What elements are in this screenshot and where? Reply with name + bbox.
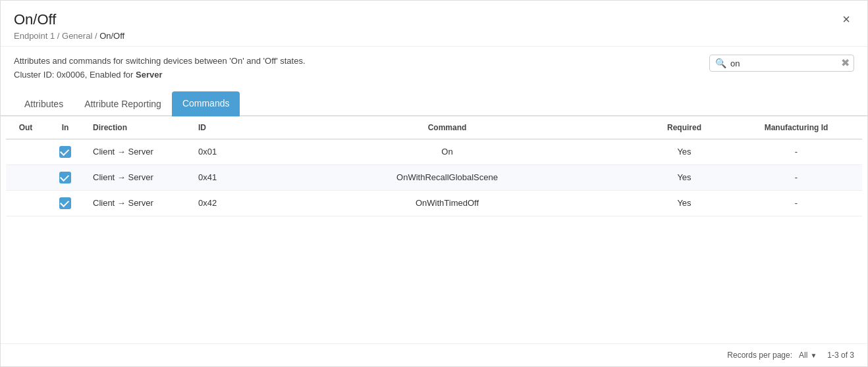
dialog-title: On/Off bbox=[14, 11, 124, 28]
row-0-in bbox=[45, 139, 85, 164]
table-container: Out In Direction ID Command Required Man… bbox=[1, 116, 867, 343]
row-1-direction: Client → Server bbox=[85, 164, 190, 190]
footer-range: 1-3 of 3 bbox=[827, 351, 854, 360]
description-line2-prefix: Cluster ID: 0x0006, Enabled for bbox=[14, 70, 136, 80]
row-2-out bbox=[6, 190, 45, 216]
dialog-header: On/Off Endpoint 1 / General / On/Off × bbox=[1, 1, 867, 47]
table-row: Client → Server0x41OnWithRecallGlobalSce… bbox=[6, 164, 862, 190]
tab-commands[interactable]: Commands bbox=[172, 91, 240, 116]
col-header-id: ID bbox=[190, 116, 256, 139]
breadcrumb-sep-1: / bbox=[57, 31, 62, 41]
breadcrumb-part-1: Endpoint 1 bbox=[14, 31, 55, 41]
commands-table: Out In Direction ID Command Required Man… bbox=[6, 116, 862, 216]
row-2-id: 0x42 bbox=[190, 190, 256, 216]
records-per-page-label: Records per page: bbox=[727, 351, 792, 360]
row-0-required: Yes bbox=[638, 139, 730, 164]
description-area: Attributes and commands for switching de… bbox=[1, 47, 867, 87]
row-2-required: Yes bbox=[638, 190, 730, 216]
search-box: 🔍 ✖ bbox=[709, 55, 854, 72]
search-icon: 🔍 bbox=[715, 58, 726, 68]
row-1-required: Yes bbox=[638, 164, 730, 190]
row-1-in bbox=[45, 164, 85, 190]
row-2-in bbox=[45, 190, 85, 216]
per-page-chevron-icon[interactable]: ▼ bbox=[810, 352, 817, 359]
description-line2-bold: Server bbox=[136, 70, 162, 80]
row-0-id: 0x01 bbox=[190, 139, 256, 164]
col-header-in: In bbox=[45, 116, 85, 139]
row-0-direction: Client → Server bbox=[85, 139, 190, 164]
clear-search-icon[interactable]: ✖ bbox=[841, 58, 850, 68]
description-line1: Attributes and commands for switching de… bbox=[14, 55, 306, 68]
description-line2: Cluster ID: 0x0006, Enabled for Server bbox=[14, 68, 306, 82]
row-0-command: On bbox=[256, 139, 638, 164]
row-1-manufacturing-id: - bbox=[730, 164, 862, 190]
description-text: Attributes and commands for switching de… bbox=[14, 55, 306, 82]
footer-per-page: Records per page: All ▼ bbox=[727, 351, 817, 360]
footer: Records per page: All ▼ 1-3 of 3 bbox=[1, 343, 867, 366]
col-header-required: Required bbox=[638, 116, 730, 139]
row-1-in-checkbox[interactable] bbox=[59, 172, 71, 184]
tab-attribute-reporting[interactable]: Attribute Reporting bbox=[74, 91, 172, 116]
row-2-manufacturing-id: - bbox=[730, 190, 862, 216]
table-header-row: Out In Direction ID Command Required Man… bbox=[6, 116, 862, 139]
row-0-out bbox=[6, 139, 45, 164]
row-1-command: OnWithRecallGlobalScene bbox=[256, 164, 638, 190]
row-2-direction: Client → Server bbox=[85, 190, 190, 216]
col-header-manufacturing-id: Manufacturing Id bbox=[730, 116, 862, 139]
row-0-in-checkbox[interactable] bbox=[59, 146, 71, 158]
row-0-manufacturing-id: - bbox=[730, 139, 862, 164]
table-row: Client → Server0x42OnWithTimedOffYes- bbox=[6, 190, 862, 216]
row-1-out bbox=[6, 164, 45, 190]
per-page-value: All bbox=[799, 351, 807, 360]
row-2-command: OnWithTimedOff bbox=[256, 190, 638, 216]
tab-attributes[interactable]: Attributes bbox=[14, 91, 74, 116]
col-header-command: Command bbox=[256, 116, 638, 139]
breadcrumb: Endpoint 1 / General / On/Off bbox=[14, 31, 124, 41]
breadcrumb-current: On/Off bbox=[99, 31, 124, 41]
row-2-in-checkbox[interactable] bbox=[59, 197, 71, 209]
row-1-id: 0x41 bbox=[190, 164, 256, 190]
close-button[interactable]: × bbox=[838, 11, 854, 27]
tabs: Attributes Attribute Reporting Commands bbox=[1, 90, 867, 116]
dialog: On/Off Endpoint 1 / General / On/Off × A… bbox=[0, 0, 868, 367]
col-header-direction: Direction bbox=[85, 116, 190, 139]
breadcrumb-part-2: General bbox=[62, 31, 92, 41]
search-input[interactable] bbox=[730, 59, 841, 68]
table-row: Client → Server0x01OnYes- bbox=[6, 139, 862, 164]
col-header-out: Out bbox=[6, 116, 45, 139]
